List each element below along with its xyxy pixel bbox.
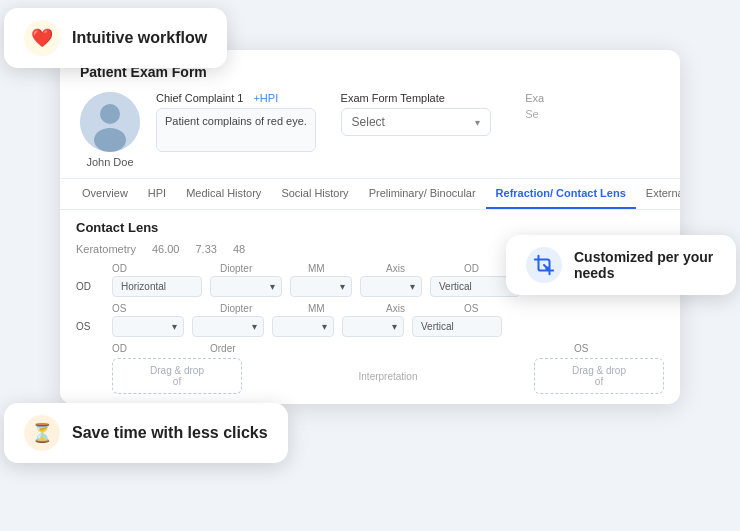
form-header: Patient Exam Form John Doe Chief Complai… — [60, 50, 680, 179]
tab-refraction-contact-lens[interactable]: Refraction/ Contact Lens — [486, 179, 636, 209]
hourglass-icon: ⏳ — [24, 415, 60, 451]
chevron-down-icon: ▾ — [322, 321, 327, 332]
col-os2-label: OS — [464, 303, 564, 314]
os-axis-dropdown[interactable]: ▾ — [342, 316, 404, 337]
os-data-row: OS ▾ ▾ ▾ ▾ Vertical — [76, 316, 664, 337]
drag-drop-label: Drag & drop — [150, 365, 204, 376]
exam-form-template-label: Exam Form Template — [341, 92, 510, 104]
chief-complaint-value: Patient complains of red eye. — [156, 108, 316, 152]
avatar — [80, 92, 140, 152]
drag-drop-label2: Drag & drop — [572, 365, 626, 376]
heart-icon: ❤️ — [24, 20, 60, 56]
exam-col-label: Exa — [525, 92, 660, 104]
intuitive-workflow-label: Intuitive workflow — [72, 29, 207, 47]
chevron-down-icon: ▾ — [270, 281, 275, 292]
keratometry-val2: 7.33 — [195, 243, 216, 255]
of-label: of — [173, 376, 181, 387]
customized-label: Customized per your needs — [574, 249, 716, 281]
exam-form-template-select[interactable]: Select ▾ — [341, 108, 491, 136]
os-vertical-input[interactable]: Vertical — [412, 316, 502, 337]
col-od-label: OD — [112, 263, 212, 274]
chevron-down-icon: ▾ — [252, 321, 257, 332]
col-mm-label: MM — [308, 263, 378, 274]
tab-overview[interactable]: Overview — [72, 179, 138, 209]
os-diopter-dropdown[interactable]: ▾ — [192, 316, 264, 337]
interpretation-label: Interpretation — [359, 371, 418, 382]
chevron-down-icon: ▾ — [410, 281, 415, 292]
col-order-label: Order — [210, 343, 340, 354]
patient-avatar-wrap: John Doe — [80, 92, 140, 168]
col-os3-label: OS — [574, 343, 664, 354]
exam-form-template-section: Exam Form Template Select ▾ — [341, 92, 510, 136]
col-diopter-label2: Diopter — [220, 303, 300, 314]
patient-exam-form-card: Patient Exam Form John Doe Chief Complai… — [60, 50, 680, 404]
chevron-down-icon: ▾ — [392, 321, 397, 332]
tab-social-history[interactable]: Social History — [271, 179, 358, 209]
crop-icon — [526, 247, 562, 283]
patient-row: John Doe Chief Complaint 1 +HPI Patient … — [80, 92, 660, 168]
os-od-dropdown[interactable]: ▾ — [112, 316, 184, 337]
col-axis-label: Axis — [386, 263, 456, 274]
col-axis-label2: Axis — [386, 303, 456, 314]
keratometry-val1: 46.00 — [152, 243, 180, 255]
od-row-label: OD — [76, 281, 104, 292]
drag-drop-row: Drag & drop of Interpretation Drag & dro… — [76, 358, 664, 394]
chief-complaint-label: Chief Complaint 1 — [156, 92, 243, 104]
intuitive-workflow-tooltip: ❤️ Intuitive workflow — [4, 8, 227, 68]
od-horizontal-input[interactable]: Horizontal — [112, 276, 202, 297]
chevron-down-icon: ▾ — [172, 321, 177, 332]
tab-external-internal[interactable]: External/ Internal — [636, 179, 680, 209]
chief-complaint-section: Chief Complaint 1 +HPI Patient complains… — [156, 92, 325, 152]
tab-hpi[interactable]: HPI — [138, 179, 176, 209]
os-drag-drop[interactable]: Drag & drop of — [534, 358, 664, 394]
od-drag-drop[interactable]: Drag & drop of — [112, 358, 242, 394]
keratometry-val3: 48 — [233, 243, 245, 255]
hpi-link[interactable]: +HPI — [253, 92, 278, 104]
chevron-down-icon: ▾ — [340, 281, 345, 292]
col-os-label: OS — [112, 303, 212, 314]
order-header-row: OD Order OS — [76, 343, 664, 354]
patient-name: John Doe — [86, 156, 133, 168]
save-time-label: Save time with less clicks — [72, 424, 268, 442]
svg-point-2 — [94, 128, 126, 152]
col-diopter-label: Diopter — [220, 263, 300, 274]
od-mm-dropdown[interactable]: ▾ — [290, 276, 352, 297]
os-mm-dropdown[interactable]: ▾ — [272, 316, 334, 337]
select-placeholder: Select — [352, 115, 385, 129]
customized-tooltip: Customized per your needs — [506, 235, 736, 295]
os-header-row: OS Diopter MM Axis OS — [76, 303, 664, 314]
keratometry-label: Keratometry — [76, 243, 136, 255]
od-diopter-dropdown[interactable]: ▾ — [210, 276, 282, 297]
of-label2: of — [595, 376, 603, 387]
os-row-label: OS — [76, 321, 104, 332]
save-time-tooltip: ⏳ Save time with less clicks — [4, 403, 288, 463]
exam-col-select-stub: Se — [525, 108, 660, 120]
svg-point-1 — [100, 104, 120, 124]
col-mm-label2: MM — [308, 303, 378, 314]
od-axis-dropdown[interactable]: ▾ — [360, 276, 422, 297]
col-od3-label: OD — [112, 343, 202, 354]
exam-col-stub: Exa Se — [525, 92, 660, 120]
contact-lens-title: Contact Lens — [76, 220, 664, 235]
tab-preliminary-binocular[interactable]: Preliminary/ Binocular — [359, 179, 486, 209]
chevron-down-icon: ▾ — [475, 117, 480, 128]
tab-medical-history[interactable]: Medical History — [176, 179, 271, 209]
tabs-row: Overview HPI Medical History Social Hist… — [60, 179, 680, 210]
